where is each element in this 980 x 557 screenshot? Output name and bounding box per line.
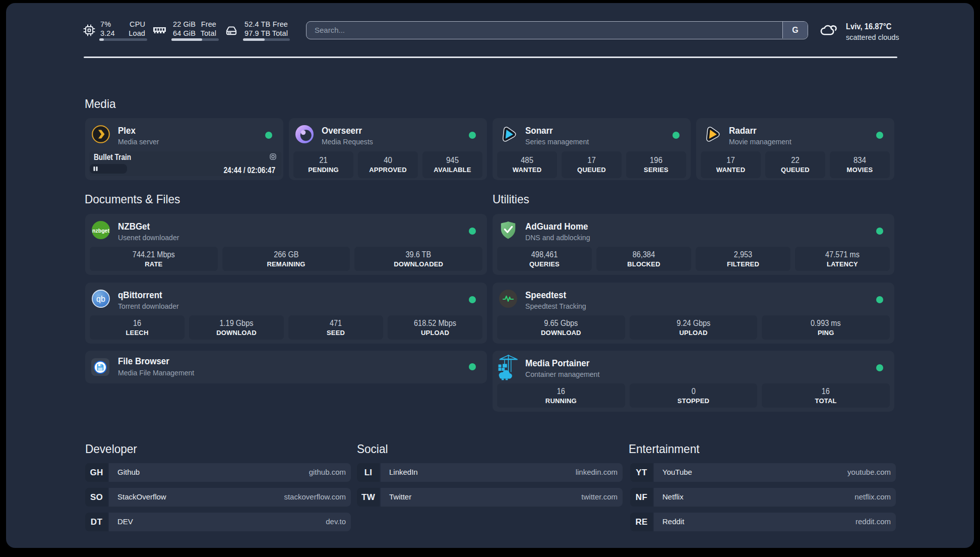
svg-text:nzbget: nzbget: [92, 228, 109, 234]
svg-text:qb: qb: [96, 295, 105, 303]
